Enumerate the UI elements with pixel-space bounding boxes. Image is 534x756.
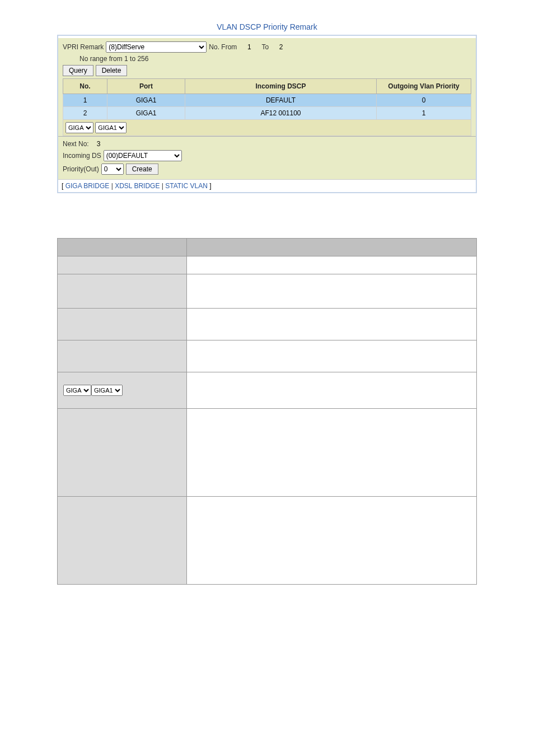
next-no-label: Next No: — [63, 140, 89, 148]
next-no-value: 3 — [91, 140, 101, 148]
create-button[interactable]: Create — [126, 164, 158, 175]
desc-header-left — [58, 239, 187, 256]
delete-button[interactable]: Delete — [96, 65, 128, 76]
cell-no: 2 — [63, 107, 107, 120]
desc-row-dropdown: GIGA GIGA1 — [58, 372, 477, 409]
priority-row: Priority(Out) 0 Create — [63, 164, 471, 175]
th-no: No. — [63, 79, 107, 94]
dropdown-sample: GIGA GIGA1 — [63, 385, 123, 396]
desc-row — [58, 309, 477, 340]
cell-port: GIGA1 — [107, 107, 185, 120]
button-row: Query Delete — [63, 65, 471, 76]
cell-port: GIGA1 — [107, 94, 185, 107]
to-label: To — [261, 43, 269, 51]
table-header-row: No. Port Incoming DSCP Outgoing Vlan Pri… — [63, 79, 471, 94]
description-table: GIGA GIGA1 — [57, 238, 477, 585]
next-no-row: Next No: 3 — [63, 140, 471, 148]
th-port: Port — [107, 79, 185, 94]
desc-header-row — [58, 239, 477, 256]
priority-select[interactable]: 0 — [101, 164, 124, 175]
incoming-label: Incoming DS — [63, 152, 101, 160]
filter-select-1[interactable]: GIGA — [65, 122, 93, 133]
sample-select-2[interactable]: GIGA1 — [91, 385, 123, 396]
vpri-label: VPRI Remark — [63, 43, 104, 51]
vpri-select[interactable]: (8)DiffServe — [106, 41, 207, 53]
desc-header-right — [187, 239, 477, 256]
cell-no: 1 — [63, 94, 107, 107]
cell-dscp: AF12 001100 — [185, 107, 377, 120]
desc-row — [58, 409, 477, 497]
cell-dscp: DEFAULT — [185, 94, 377, 107]
incoming-row: Incoming DS (00)DEFAULT — [63, 150, 471, 161]
nav-link-giga[interactable]: GIGA BRIDGE — [65, 182, 110, 190]
table-row: 1 GIGA1 DEFAULT 0 — [63, 94, 471, 107]
figure-title: VLAN DSCP Priority Remark — [57, 22, 477, 31]
priority-label: Priority(Out) — [63, 165, 99, 173]
range-hint: No range from 1 to 256 — [63, 55, 471, 63]
sample-select-1[interactable]: GIGA — [63, 385, 91, 396]
th-dscp: Incoming DSCP — [185, 79, 377, 94]
no-from-label: No. From — [209, 43, 237, 51]
desc-row — [58, 274, 477, 309]
th-priority: Outgoing Vlan Priority — [377, 79, 471, 94]
cell-priority: 1 — [377, 107, 471, 120]
filter-row: GIGA GIGA1 — [63, 120, 471, 136]
figure-wrapper: VLAN DSCP Priority Remark VPRI Remark (8… — [57, 22, 477, 193]
desc-row — [58, 256, 477, 274]
table-row: 2 GIGA1 AF12 001100 1 — [63, 107, 471, 120]
results-table: No. Port Incoming DSCP Outgoing Vlan Pri… — [63, 78, 471, 136]
no-from-value: 1 — [239, 42, 259, 52]
vpri-row: VPRI Remark (8)DiffServe No. From 1 To 2 — [63, 41, 471, 53]
desc-row — [58, 340, 477, 372]
nav-bar: [ GIGA BRIDGE | XDSL BRIDGE | STATIC VLA… — [58, 179, 476, 192]
filter-select-2[interactable]: GIGA1 — [95, 122, 127, 133]
create-block: Next No: 3 Incoming DS (00)DEFAULT Prior… — [58, 136, 476, 179]
panel-upper: VPRI Remark (8)DiffServe No. From 1 To 2… — [58, 36, 476, 136]
desc-row — [58, 497, 477, 585]
app-panel: VPRI Remark (8)DiffServe No. From 1 To 2… — [57, 35, 477, 193]
nav-link-xdsl[interactable]: XDSL BRIDGE — [115, 182, 160, 190]
incoming-select[interactable]: (00)DEFAULT — [104, 150, 182, 161]
to-value: 2 — [271, 42, 291, 52]
nav-link-static[interactable]: STATIC VLAN — [165, 182, 208, 190]
query-button[interactable]: Query — [63, 65, 93, 76]
cell-priority: 0 — [377, 94, 471, 107]
